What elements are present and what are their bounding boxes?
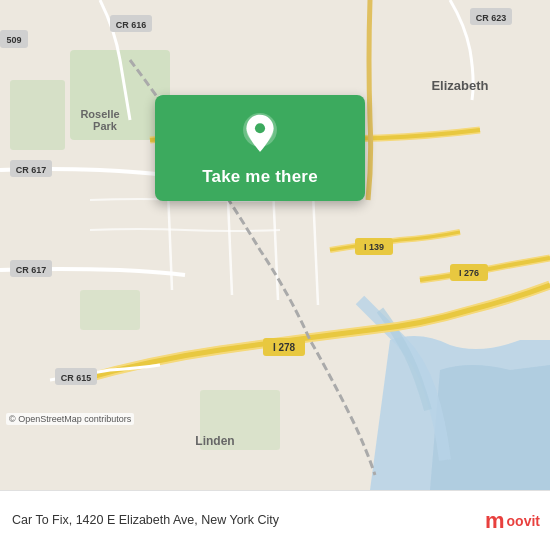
svg-text:Linden: Linden <box>195 434 234 448</box>
map-container: I 278 NJ 28 I 276 CR 617 CR 617 CR 616 C… <box>0 0 550 490</box>
svg-text:CR 623: CR 623 <box>476 13 507 23</box>
take-me-there-button[interactable]: Take me there <box>202 167 318 187</box>
moovit-m-letter: m <box>485 508 505 534</box>
svg-text:Roselle: Roselle <box>80 108 119 120</box>
location-card: Take me there <box>155 95 365 201</box>
svg-text:I 278: I 278 <box>273 342 296 353</box>
svg-text:CR 617: CR 617 <box>16 165 47 175</box>
address-text: Car To Fix, 1420 E Elizabeth Ave, New Yo… <box>12 512 279 530</box>
svg-text:Elizabeth: Elizabeth <box>431 78 488 93</box>
bottom-bar: Car To Fix, 1420 E Elizabeth Ave, New Yo… <box>0 490 550 550</box>
svg-text:I 276: I 276 <box>459 268 479 278</box>
svg-point-31 <box>255 123 265 133</box>
moovit-logo: m oovit <box>485 508 540 534</box>
svg-rect-2 <box>10 80 65 150</box>
svg-text:509: 509 <box>6 35 21 45</box>
svg-text:CR 617: CR 617 <box>16 265 47 275</box>
svg-text:CR 615: CR 615 <box>61 373 92 383</box>
svg-rect-3 <box>80 290 140 330</box>
moovit-text: oovit <box>507 513 540 529</box>
osm-credit: © OpenStreetMap contributors <box>6 413 134 425</box>
svg-text:I 139: I 139 <box>364 242 384 252</box>
location-pin-icon <box>238 113 282 157</box>
svg-text:CR 616: CR 616 <box>116 20 147 30</box>
svg-text:Park: Park <box>93 120 118 132</box>
